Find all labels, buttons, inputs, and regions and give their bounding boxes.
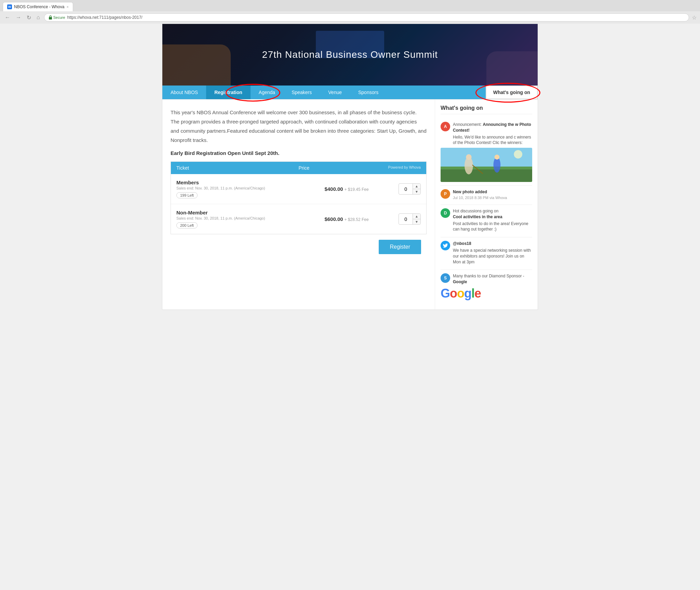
feed-photo-announcement xyxy=(441,148,532,182)
feed-avatar-announcement: A xyxy=(441,122,450,131)
whats-going-on-button[interactable]: What's going on xyxy=(486,86,538,99)
feed-item-discussion: D Hot discussions going onCool activitie… xyxy=(441,205,532,237)
feed-header-sponsor: S Many thanks to our Diamond Sponsor - G… xyxy=(441,273,532,285)
ticket-price-value-nonmember: $600.00 xyxy=(324,216,343,222)
col-ticket-label: Ticket xyxy=(176,165,299,171)
back-button[interactable]: ← xyxy=(3,14,12,21)
col-powered-label: Powered by Whova xyxy=(360,165,421,171)
feed-item-twitter: @nbos18 We have a special networking ses… xyxy=(441,237,532,270)
qty-input-members[interactable] xyxy=(399,185,413,193)
hero-title: 27th National Business Owner Summit xyxy=(262,49,438,60)
intro-text: This year's NBOS Annual Conference will … xyxy=(171,108,427,145)
tab-favicon: W xyxy=(7,4,12,9)
tab-title: NBOS Conference - Whova xyxy=(14,4,64,9)
ticket-sales-members: Sales end: Nov. 30, 2018, 11 p.m. (Ameri… xyxy=(176,186,324,190)
ticket-left-nonmember: 200 Left xyxy=(176,222,198,228)
feed-twitter-handle: @nbos18 xyxy=(453,241,532,247)
svg-rect-0 xyxy=(49,17,52,19)
ticket-table: Ticket Price Powered by Whova Members Sa… xyxy=(171,161,427,234)
qty-arrows-members: ▲ ▼ xyxy=(413,184,420,194)
ticket-price-members: $400.00 + $19.45 Fee xyxy=(324,186,399,192)
feed-item-announcement: A Announcement: Announcing the w Photo C… xyxy=(441,118,532,186)
ticket-price-nonmember: $600.00 + $28.52 Fee xyxy=(324,216,399,222)
browser-chrome: W NBOS Conference - Whova × ← → ↻ ⌂ Secu… xyxy=(0,0,700,24)
nav-about[interactable]: About NBOS xyxy=(162,86,206,99)
register-area: Register xyxy=(171,234,427,260)
qty-down-members[interactable]: ▼ xyxy=(413,189,420,194)
qty-input-nonmember[interactable] xyxy=(399,215,413,223)
ticket-fee-members: + $19.45 Fee xyxy=(345,187,369,192)
secure-badge: Secure xyxy=(49,15,65,20)
feed-item-photo: P New photo added Jul 10, 2018 8:38 PM v… xyxy=(441,186,532,205)
ticket-info-members: Members Sales end: Nov. 30, 2018, 11 p.m… xyxy=(176,180,324,198)
ticket-left-members: 199 Left xyxy=(176,192,198,198)
nav-wrapper: About NBOS Registration Agenda Speakers … xyxy=(162,86,538,100)
forward-button[interactable]: → xyxy=(14,14,23,21)
ticket-info-nonmember: Non-Member Sales end: Nov. 30, 2018, 11 … xyxy=(176,210,324,228)
address-bar: ← → ↻ ⌂ Secure https://whova.net:7111/pa… xyxy=(0,11,700,24)
ticket-table-header: Ticket Price Powered by Whova xyxy=(171,162,426,174)
nav-speakers[interactable]: Speakers xyxy=(283,86,320,99)
bookmark-icon[interactable]: ☆ xyxy=(692,14,697,21)
url-text: https://whova.net:7111/pages/nbos-2017/ xyxy=(67,15,143,20)
feed-avatar-discussion: D xyxy=(441,208,450,218)
feed-header-discussion: D Hot discussions going onCool activitie… xyxy=(441,208,532,232)
feed-item-sponsor: S Many thanks to our Diamond Sponsor - G… xyxy=(441,270,532,304)
ticket-row-members: Members Sales end: Nov. 30, 2018, 11 p.m… xyxy=(171,174,426,204)
active-tab[interactable]: W NBOS Conference - Whova × xyxy=(3,2,73,11)
tab-bar: W NBOS Conference - Whova × xyxy=(0,0,700,11)
svg-point-9 xyxy=(514,150,522,159)
home-button[interactable]: ⌂ xyxy=(35,14,41,21)
ticket-sales-nonmember: Sales end: Nov. 30, 2018, 11 p.m. (Ameri… xyxy=(176,216,324,220)
ticket-name-nonmember: Non-Member xyxy=(176,210,324,215)
google-logo: Google xyxy=(441,286,532,301)
ticket-row-nonmember: Non-Member Sales end: Nov. 30, 2018, 11 … xyxy=(171,204,426,234)
feed-header-photo: P New photo added Jul 10, 2018 8:38 PM v… xyxy=(441,189,532,200)
ticket-qty-members: ▲ ▼ xyxy=(399,183,421,195)
feed-text-photo: New photo added xyxy=(453,189,507,195)
hero-banner: 27th National Business Owner Summit xyxy=(162,24,538,86)
url-field[interactable]: Secure https://whova.net:7111/pages/nbos… xyxy=(44,13,689,22)
sidebar-title: What's going on xyxy=(441,105,532,114)
register-button[interactable]: Register xyxy=(379,240,421,254)
col-price-label: Price xyxy=(299,165,360,171)
qty-up-nonmember[interactable]: ▲ xyxy=(413,214,420,219)
feed-header-announcement: A Announcement: Announcing the w Photo C… xyxy=(441,122,532,146)
ticket-fee-nonmember: + $28.52 Fee xyxy=(345,217,369,222)
svg-point-5 xyxy=(466,154,471,160)
svg-point-7 xyxy=(495,155,499,159)
feed-header-twitter: @nbos18 We have a special networking ses… xyxy=(441,241,532,265)
ticket-price-value-members: $400.00 xyxy=(324,186,343,192)
svg-rect-3 xyxy=(441,167,532,169)
page-wrapper: 27th National Business Owner Summit Abou… xyxy=(162,24,538,310)
feed-text-announcement: Announcement: Announcing the w Photo Con… xyxy=(453,122,532,146)
tab-close-icon[interactable]: × xyxy=(66,5,68,9)
feed-twitter-body: We have a special networking session wit… xyxy=(453,248,532,265)
sidebar: What's going on A Announcement: Announci… xyxy=(435,100,538,310)
feed-avatar-sponsor: S xyxy=(441,273,450,283)
ticket-name-members: Members xyxy=(176,180,324,185)
nav-registration[interactable]: Registration xyxy=(206,86,251,99)
nav-agenda[interactable]: Agenda xyxy=(251,86,283,99)
early-bird-text: Early Bird Registration Open Until Sept … xyxy=(171,150,427,156)
twitter-icon xyxy=(441,241,450,250)
ticket-qty-nonmember: ▲ ▼ xyxy=(399,213,421,225)
nav-sponsors[interactable]: Sponsors xyxy=(350,86,387,99)
content-area: This year's NBOS Annual Conference will … xyxy=(162,100,435,310)
feed-timestamp-photo: Jul 10, 2018 8:38 PM via Whova xyxy=(453,196,507,200)
qty-arrows-nonmember: ▲ ▼ xyxy=(413,214,420,224)
main-layout: This year's NBOS Annual Conference will … xyxy=(162,100,538,310)
qty-up-members[interactable]: ▲ xyxy=(413,184,420,189)
refresh-button[interactable]: ↻ xyxy=(25,14,32,22)
nav-venue[interactable]: Venue xyxy=(320,86,350,99)
qty-down-nonmember[interactable]: ▼ xyxy=(413,219,420,224)
nav-bar: About NBOS Registration Agenda Speakers … xyxy=(162,86,538,100)
secure-label: Secure xyxy=(53,15,65,19)
feed-avatar-photo: P xyxy=(441,189,450,199)
feed-sponsor-text: Many thanks to our Diamond Sponsor - Goo… xyxy=(453,273,532,285)
nav-right: What's going on xyxy=(486,86,538,99)
